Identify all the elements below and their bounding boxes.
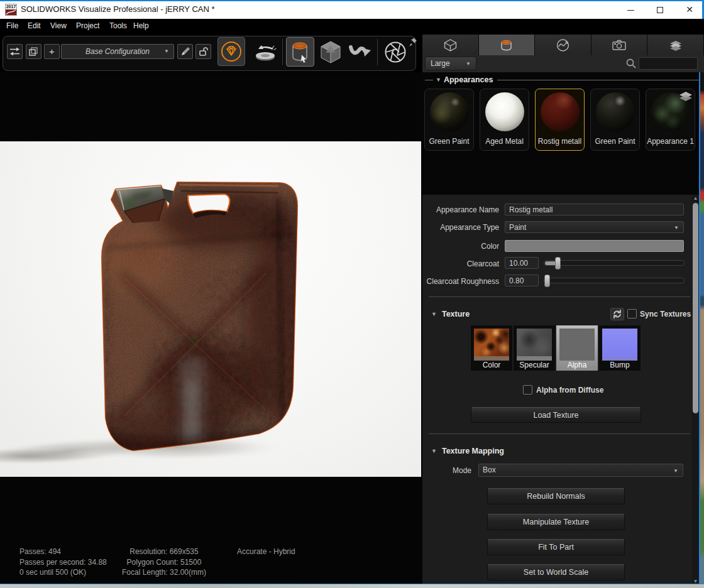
menu-file[interactable]: File: [6, 21, 18, 30]
texture-tile-color[interactable]: Color: [471, 325, 512, 371]
appearance-card-selected[interactable]: Rostig metall: [535, 89, 585, 151]
duplicate-button[interactable]: [26, 44, 41, 59]
menu-help[interactable]: Help: [133, 21, 149, 30]
lock-button[interactable]: [195, 44, 211, 59]
rebuild-normals-button[interactable]: Rebuild Normals: [487, 488, 625, 504]
tab-environments[interactable]: [535, 35, 591, 55]
sync-textures-checkbox[interactable]: [627, 309, 637, 318]
edit-configuration-button[interactable]: [177, 44, 193, 59]
mode-value: Box: [483, 466, 496, 474]
thumbnail-size-dropdown[interactable]: Large▼: [425, 57, 476, 70]
maximize-button[interactable]: [651, 1, 669, 18]
chevron-down-icon: ▼: [673, 469, 678, 474]
mode-dropdown[interactable]: Box▼: [478, 464, 683, 477]
section-divider: [429, 297, 690, 297]
alpha-from-diffuse-checkbox[interactable]: [523, 385, 532, 395]
viewport[interactable]: Passes: 494 Passes per second: 34.88 0 s…: [0, 72, 422, 588]
texture-tile-alpha-selected[interactable]: Alpha: [556, 325, 598, 371]
appearance-type-dropdown[interactable]: Paint▼: [505, 221, 684, 233]
tab-layers[interactable]: [647, 35, 704, 55]
appearance-name-input[interactable]: Rostig metall: [505, 204, 684, 215]
status-polygon-count: Polygon Count: 51500: [101, 557, 227, 568]
swoosh-arrow-button[interactable]: [348, 43, 373, 64]
collapse-arrow-icon[interactable]: ▼: [431, 448, 437, 454]
material-sphere: [596, 92, 635, 131]
turntable-button[interactable]: [253, 39, 277, 67]
clearcoat-roughness-input[interactable]: 0.80: [505, 275, 539, 286]
camera-aperture-button[interactable]: [383, 40, 407, 67]
clearcoat-roughness-slider[interactable]: [544, 278, 685, 283]
clearcoat-roughness-label: Clearcoat Roughness: [373, 277, 499, 286]
search-input[interactable]: [639, 57, 698, 70]
configuration-dropdown[interactable]: Base Configuration▼: [61, 44, 174, 59]
appearance-card[interactable]: Green Paint: [590, 89, 640, 151]
scrollbar-thumb[interactable]: [693, 203, 698, 413]
appearance-card[interactable]: Appearance 1: [646, 89, 695, 151]
appearance-type-value: Paint: [509, 223, 526, 232]
jerry-can-model[interactable]: [0, 163, 327, 477]
tab-models[interactable]: [422, 35, 479, 55]
pin-icon[interactable]: [408, 36, 418, 50]
appearance-card-label: Rostig metall: [536, 137, 584, 146]
fit-to-part-button[interactable]: Fit To Part: [487, 539, 625, 555]
clearcoat-roughness-slider-handle[interactable]: [544, 275, 550, 287]
appearance-card-label: Green Paint: [591, 137, 639, 146]
texture-thumb-strip: [559, 356, 595, 361]
texture-thumbnail: [602, 329, 637, 356]
tab-appearances[interactable]: [479, 35, 536, 55]
menu-tools[interactable]: Tools: [109, 21, 127, 30]
appearance-card-label: Green Paint: [425, 137, 473, 146]
appearance-name-label: Appearance Name: [373, 205, 499, 214]
appearances-header-row: ▼ Appearances: [425, 75, 699, 84]
texture-header-row: ▼ Texture: [431, 310, 470, 318]
texture-thumb-strip: [602, 356, 637, 361]
menu-edit[interactable]: Edit: [28, 21, 41, 30]
status-render-mode: Accurate - Hybrid: [237, 547, 295, 557]
color-swatch[interactable]: [505, 240, 684, 252]
close-button[interactable]: ✕: [680, 1, 699, 18]
toolbar-separator-2: [377, 39, 378, 65]
clearcoat-slider-handle[interactable]: [555, 257, 561, 270]
status-left: Passes: 494 Passes per second: 34.88 0 s…: [19, 547, 107, 578]
texture-thumb-strip: [517, 356, 552, 361]
tab-cameras[interactable]: [591, 35, 648, 55]
model-cube-button[interactable]: [318, 39, 343, 68]
set-to-world-scale-button[interactable]: Set to World Scale: [487, 564, 625, 580]
texture-tile-label: Specular: [514, 361, 555, 369]
load-texture-button[interactable]: Load Texture: [471, 407, 641, 423]
collapse-arrow-icon[interactable]: ▼: [436, 77, 441, 83]
status-passes: Passes: 494: [19, 547, 107, 557]
texture-tile-specular[interactable]: Specular: [514, 325, 555, 371]
collapse-arrow-icon[interactable]: ▼: [431, 311, 437, 317]
clearcoat-slider[interactable]: [544, 260, 685, 266]
menu-view[interactable]: View: [50, 21, 67, 30]
window-title: SOLIDWORKS Visualize Professional - jERR…: [21, 4, 215, 14]
appearances-header: Appearances: [444, 75, 493, 84]
app-icon: 2017: [5, 4, 17, 16]
material-sphere: [541, 92, 580, 131]
texture-tile-bump[interactable]: Bump: [599, 325, 641, 371]
panel-tabs: [422, 35, 704, 55]
minimize-button[interactable]: [621, 1, 640, 18]
appearance-card[interactable]: Green Paint: [424, 89, 474, 151]
render-mode-button[interactable]: [217, 37, 245, 66]
menu-project[interactable]: Project: [76, 21, 99, 30]
appearance-card[interactable]: Aged Metal: [480, 89, 529, 151]
add-configuration-button[interactable]: +: [44, 44, 60, 59]
appearance-card-label: Appearance 1: [646, 137, 695, 146]
texture-badge-icon: [678, 90, 693, 103]
desktop-strip: [700, 72, 704, 584]
sync-textures-button[interactable]: [610, 308, 624, 320]
texture-mapping-header-row: ▼ Texture Mapping: [431, 447, 504, 455]
status-passes-per-second: Passes per second: 34.88: [19, 557, 107, 568]
sync-arrows-button[interactable]: [7, 44, 23, 59]
texture-thumbnail: [474, 329, 509, 356]
status-time-until: 0 sec until 500 (OK): [19, 567, 107, 578]
clearcoat-label: Clearcoat: [373, 259, 499, 268]
mode-label: Mode: [409, 466, 471, 475]
scroll-up-arrow[interactable]: ▲: [692, 195, 699, 201]
manipulate-texture-button[interactable]: Manipulate Texture: [487, 514, 625, 530]
paint-tool-button[interactable]: [286, 37, 314, 67]
appearance-card-label: Aged Metal: [480, 137, 529, 146]
clearcoat-input[interactable]: 10.00: [505, 257, 539, 269]
